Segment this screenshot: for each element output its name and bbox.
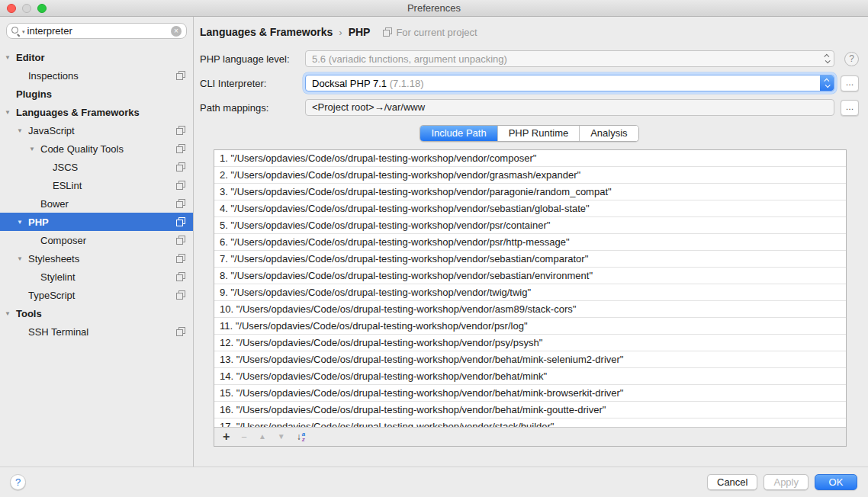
tab-analysis[interactable]: Analysis	[579, 126, 638, 141]
include-path-row[interactable]: 3. "/Users/opdavies/Code/os/drupal-testi…	[214, 184, 846, 200]
apply-button[interactable]: Apply	[764, 474, 809, 490]
cli-interpreter-select[interactable]: Docksal PHP 7.1 (7.1.18)	[305, 75, 834, 91]
sidebar-item-plugins[interactable]: Plugins	[0, 85, 193, 103]
context-help-icon[interactable]: ?	[844, 52, 859, 66]
php-form: PHP language level: 5.6 (variadic functi…	[200, 50, 859, 116]
ok-button[interactable]: OK	[815, 474, 857, 490]
include-path-row[interactable]: 15. "/Users/opdavies/Code/os/drupal-test…	[214, 385, 846, 402]
include-path-row[interactable]: 10. "/Users/opdavies/Code/os/drupal-test…	[214, 301, 846, 318]
include-path-row[interactable]: 13. "/Users/opdavies/Code/os/drupal-test…	[214, 351, 846, 368]
sidebar-item-stylesheets[interactable]: ▼Stylesheets	[0, 249, 193, 268]
chevron-up-down-icon	[820, 75, 834, 91]
tab-php-runtime[interactable]: PHP Runtime	[497, 126, 580, 141]
breadcrumb-separator-icon: ›	[339, 27, 342, 38]
include-path-row[interactable]: 6. "/Users/opdavies/Code/os/drupal-testi…	[214, 234, 846, 251]
sidebar-item-inspections[interactable]: Inspections	[0, 66, 193, 85]
remove-path-icon[interactable]: −	[241, 432, 247, 442]
sidebar-item-languages-frameworks[interactable]: ▼Languages & Frameworks	[0, 103, 193, 121]
expand-triangle-icon[interactable]: ▼	[5, 109, 16, 116]
php-settings-panel: Languages & Frameworks › PHP For current…	[194, 17, 868, 467]
move-down-icon[interactable]: ▼	[278, 433, 285, 441]
sidebar-item-label: JavaScript	[28, 125, 75, 136]
breadcrumb-php: PHP	[349, 26, 371, 38]
include-path-row[interactable]: 9. "/Users/opdavies/Code/os/drupal-testi…	[214, 284, 846, 301]
search-input[interactable]	[27, 25, 171, 37]
expand-triangle-icon[interactable]: ▼	[17, 219, 28, 226]
include-path-row[interactable]: 5. "/Users/opdavies/Code/os/drupal-testi…	[214, 217, 846, 234]
clear-search-icon[interactable]: ×	[171, 26, 182, 37]
current-project-icon	[176, 236, 185, 245]
sidebar-item-javascript[interactable]: ▼JavaScript	[0, 121, 193, 139]
sidebar-item-label: JSCS	[53, 162, 78, 173]
scope-label: For current project	[396, 27, 477, 38]
sidebar-item-ssh-terminal[interactable]: SSH Terminal	[0, 322, 193, 341]
sidebar-item-eslint[interactable]: ESLint	[0, 176, 193, 194]
sidebar-item-label: Bower	[40, 198, 69, 210]
preferences-window: Preferences ▾ × ▼EditorInspectionsPlugin…	[0, 0, 868, 497]
tab-include-path[interactable]: Include Path	[420, 126, 497, 141]
sidebar-item-label: Languages & Frameworks	[16, 107, 140, 118]
include-path-row[interactable]: 1. "/Users/opdavies/Code/os/drupal-testi…	[214, 150, 846, 167]
include-path-row[interactable]: 4. "/Users/opdavies/Code/os/drupal-testi…	[214, 200, 846, 217]
search-wrap: ▾ ×	[6, 23, 187, 39]
search-options-caret-icon[interactable]: ▾	[22, 29, 25, 35]
tabbar-wrap: Include PathPHP RuntimeAnalysis	[200, 125, 859, 142]
include-path-row[interactable]: 16. "/Users/opdavies/Code/os/drupal-test…	[214, 402, 846, 418]
include-path-row[interactable]: 2. "/Users/opdavies/Code/os/drupal-testi…	[214, 167, 846, 184]
path-mappings-label: Path mappings:	[200, 102, 305, 114]
current-project-icon	[176, 144, 185, 153]
sidebar-item-label: SSH Terminal	[28, 326, 88, 338]
sidebar-item-label: PHP	[28, 216, 49, 228]
current-project-icon	[176, 290, 185, 300]
sort-alpha-icon[interactable]: ↓ az	[297, 431, 305, 442]
cli-interpreter-row: CLI Interpreter: Docksal PHP 7.1 (7.1.18…	[200, 75, 859, 91]
sidebar-item-code-quality-tools[interactable]: ▼Code Quality Tools	[0, 139, 193, 158]
path-mappings-more-button[interactable]: …	[841, 100, 859, 116]
help-button[interactable]: ?	[10, 474, 26, 490]
language-level-select[interactable]: 5.6 (variadic functions, argument unpack…	[305, 50, 834, 67]
current-project-icon	[176, 71, 185, 80]
include-path-row[interactable]: 14. "/Users/opdavies/Code/os/drupal-test…	[214, 368, 846, 385]
search-field[interactable]: ▾ ×	[6, 23, 187, 39]
search-icon	[11, 26, 21, 36]
language-level-value: 5.6 (variadic functions, argument unpack…	[312, 53, 820, 65]
sidebar-item-editor[interactable]: ▼Editor	[0, 48, 193, 66]
sidebar-item-stylelint[interactable]: Stylelint	[0, 268, 193, 286]
sidebar-item-jscs[interactable]: JSCS	[0, 158, 193, 176]
sidebar-item-php[interactable]: ▼PHP	[0, 213, 193, 231]
breadcrumb-languages-frameworks[interactable]: Languages & Frameworks	[200, 26, 333, 38]
include-path-list[interactable]: 1. "/Users/opdavies/Code/os/drupal-testi…	[214, 150, 846, 427]
cli-interpreter-value: Docksal PHP 7.1 (7.1.18)	[312, 78, 820, 89]
expand-triangle-icon[interactable]: ▼	[17, 127, 28, 134]
sidebar-item-typescript[interactable]: TypeScript	[0, 286, 193, 304]
expand-triangle-icon[interactable]: ▼	[5, 310, 16, 317]
expand-triangle-icon[interactable]: ▼	[29, 146, 40, 152]
cancel-button[interactable]: Cancel	[707, 474, 757, 490]
settings-sidebar: ▾ × ▼EditorInspectionsPlugins▼Languages …	[0, 17, 194, 467]
include-path-row[interactable]: 8. "/Users/opdavies/Code/os/drupal-testi…	[214, 268, 846, 284]
sidebar-item-label: Tools	[16, 308, 42, 319]
list-toolbar: + − ▲ ▼ ↓ az	[214, 427, 846, 446]
path-mappings-row: Path mappings: <Project root>→/var/www …	[200, 99, 859, 116]
include-path-row[interactable]: 12. "/Users/opdavies/Code/os/drupal-test…	[214, 335, 846, 351]
sidebar-item-tools[interactable]: ▼Tools	[0, 304, 193, 322]
chevron-up-down-icon	[820, 51, 834, 66]
cli-interpreter-more-button[interactable]: …	[841, 75, 859, 91]
include-path-row[interactable]: 7. "/Users/opdavies/Code/os/drupal-testi…	[214, 251, 846, 268]
include-path-row[interactable]: 11. "/Users/opdavies/Code/os/drupal-test…	[214, 318, 846, 335]
include-path-tabs: Include PathPHP RuntimeAnalysis	[420, 125, 638, 142]
path-mappings-field[interactable]: <Project root>→/var/www	[305, 99, 834, 116]
window-title: Preferences	[0, 0, 868, 17]
current-project-icon	[176, 272, 185, 281]
expand-triangle-icon[interactable]: ▼	[5, 54, 16, 61]
sidebar-item-label: Stylesheets	[28, 253, 79, 265]
add-path-icon[interactable]: +	[223, 431, 230, 443]
expand-triangle-icon[interactable]: ▼	[17, 255, 28, 262]
dialog-body: ▾ × ▼EditorInspectionsPlugins▼Languages …	[0, 17, 868, 467]
sidebar-item-composer[interactable]: Composer	[0, 231, 193, 249]
move-up-icon[interactable]: ▲	[259, 433, 266, 441]
sidebar-item-bower[interactable]: Bower	[0, 194, 193, 213]
language-level-row: PHP language level: 5.6 (variadic functi…	[200, 50, 859, 67]
include-path-row[interactable]: 17. "/Users/opdavies/Code/os/drupal-test…	[214, 418, 846, 427]
current-project-icon	[176, 126, 185, 135]
